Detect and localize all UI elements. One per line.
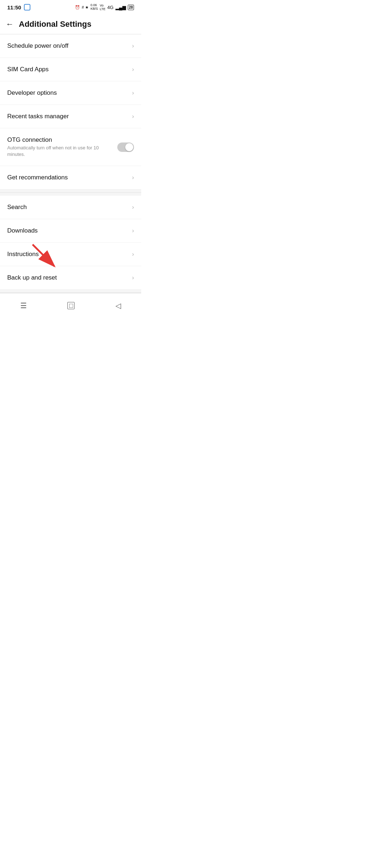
app-icon xyxy=(24,4,30,10)
status-time: 11:50 xyxy=(7,4,21,10)
item-label-backup-reset: Back up and reset xyxy=(7,274,129,281)
otg-toggle[interactable] xyxy=(117,142,134,152)
chevron-icon-backup: › xyxy=(132,275,134,281)
item-downloads[interactable]: Downloads › xyxy=(0,219,141,243)
item-label-recent-tasks: Recent tasks manager xyxy=(7,113,129,120)
back-button[interactable]: ← xyxy=(6,20,14,29)
item-schedule-power[interactable]: Schedule power on/off › xyxy=(0,34,141,58)
item-backup-reset[interactable]: Back up and reset › xyxy=(0,266,141,290)
item-label-downloads: Downloads xyxy=(7,227,129,234)
item-label-get-recommendations: Get recommendations xyxy=(7,174,129,181)
content-area: Schedule power on/off › SIM Card Apps › … xyxy=(0,34,141,293)
item-label-schedule-power: Schedule power on/off xyxy=(7,42,129,50)
page-wrapper: 11:50 ⏰ # ★ 0.06KB/S VoLTE 4G ▂▄▆ 28 ← A… xyxy=(0,0,141,319)
nav-bar: ☰ □ ◁ xyxy=(0,293,141,319)
item-sublabel-otg: Automatically turn off when not in use f… xyxy=(7,145,101,158)
section-gap xyxy=(0,190,141,192)
menu-icon: ☰ xyxy=(20,302,27,309)
chevron-icon-search: › xyxy=(132,204,134,210)
signal-bars: ▂▄▆ xyxy=(115,5,126,10)
item-developer-options[interactable]: Developer options › xyxy=(0,81,141,105)
signal-icon: 4G xyxy=(107,5,113,10)
chevron-icon-recent-tasks: › xyxy=(132,113,134,120)
alarm-icon: ⏰ xyxy=(75,5,80,10)
nav-back-button[interactable]: ◁ xyxy=(108,299,128,312)
item-label-sim-card-apps: SIM Card Apps xyxy=(7,66,129,73)
item-recent-tasks[interactable]: Recent tasks manager › xyxy=(0,105,141,128)
item-instructions[interactable]: Instructions › xyxy=(0,243,141,266)
volte-icon: VoLTE xyxy=(100,4,105,11)
section-gap-2 xyxy=(0,193,141,196)
back-nav-icon: ◁ xyxy=(115,302,121,309)
item-get-recommendations[interactable]: Get recommendations › xyxy=(0,166,141,190)
item-search[interactable]: Search › xyxy=(0,196,141,219)
status-bar: 11:50 ⏰ # ★ 0.06KB/S VoLTE 4G ▂▄▆ 28 xyxy=(0,0,141,13)
item-label-instructions: Instructions xyxy=(7,251,129,258)
header: ← Additional Settings xyxy=(0,13,141,34)
section-gap-3 xyxy=(0,290,141,293)
item-label-developer-options: Developer options xyxy=(7,89,129,97)
chevron-icon-recommendations: › xyxy=(132,174,134,181)
item-label-otg: OTG connection xyxy=(7,136,117,144)
section-divider-2 xyxy=(0,293,141,293)
toggle-knob-otg xyxy=(125,143,133,151)
battery-icon: 28 xyxy=(128,5,134,10)
section-2: Search › Downloads › Instructions › Back… xyxy=(0,196,141,290)
chevron-icon-sim-card: › xyxy=(132,66,134,73)
nav-menu-button[interactable]: ☰ xyxy=(13,299,34,312)
chevron-icon-instructions: › xyxy=(132,251,134,258)
status-icons: ⏰ # ★ 0.06KB/S VoLTE 4G ▂▄▆ 28 xyxy=(75,4,134,11)
home-icon: □ xyxy=(67,302,75,309)
chevron-icon-developer: › xyxy=(132,90,134,96)
chevron-icon-schedule-power: › xyxy=(132,43,134,49)
bluetooth-icon: # ★ xyxy=(82,5,89,10)
nav-home-button[interactable]: □ xyxy=(60,299,82,312)
item-label-search: Search xyxy=(7,204,129,211)
chevron-icon-downloads: › xyxy=(132,227,134,234)
item-sim-card-apps[interactable]: SIM Card Apps › xyxy=(0,58,141,81)
section-1: Schedule power on/off › SIM Card Apps › … xyxy=(0,34,141,190)
item-otg-connection[interactable]: OTG connection Automatically turn off wh… xyxy=(0,128,141,166)
page-title: Additional Settings xyxy=(19,20,91,29)
data-speed: 0.06KB/S xyxy=(91,4,98,11)
